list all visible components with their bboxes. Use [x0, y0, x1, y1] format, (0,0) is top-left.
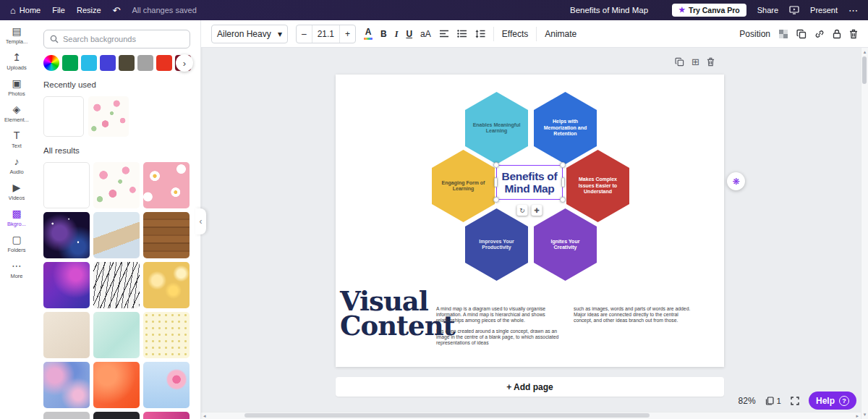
sidebar-item-elements[interactable]: ◈ Element...: [0, 103, 33, 123]
font-family-select[interactable]: Aileron Heavy ▾: [211, 25, 288, 43]
lock-button[interactable]: [833, 29, 841, 39]
scroll-left-icon[interactable]: ◂: [203, 413, 206, 419]
decrease-font-size-button[interactable]: –: [297, 25, 312, 43]
background-thumbnail-pink-floral[interactable]: [93, 162, 140, 208]
scroll-up-icon[interactable]: ▴: [864, 49, 867, 55]
sidebar-item-backgrounds[interactable]: ▩ Bkgro...: [0, 208, 33, 227]
collapse-panel-button[interactable]: ‹: [195, 208, 206, 234]
hexagon-engaging-form[interactable]: Engaging Form of Learning: [432, 150, 495, 222]
rotate-handle[interactable]: ↻: [517, 205, 528, 216]
background-thumbnail-mint-watercolor[interactable]: [93, 312, 140, 358]
color-swatch-red[interactable]: [156, 55, 172, 71]
selection-handle-right[interactable]: [561, 177, 565, 187]
animate-button[interactable]: Animate: [545, 29, 576, 39]
document-title[interactable]: Benefits of Mind Map: [570, 0, 648, 20]
resize-button[interactable]: Resize: [77, 6, 101, 14]
file-menu[interactable]: File: [52, 6, 65, 14]
line-spacing-button[interactable]: [475, 30, 485, 38]
italic-button[interactable]: I: [395, 30, 399, 38]
more-options-button[interactable]: ⋯: [848, 6, 858, 15]
bold-button[interactable]: B: [380, 30, 387, 38]
text-align-button[interactable]: [439, 30, 449, 38]
effects-button[interactable]: Effects: [502, 29, 528, 39]
add-page-icon[interactable]: ⊞: [692, 56, 699, 67]
background-thumbnail-yellow-dots[interactable]: [143, 312, 190, 358]
background-thumbnail-blue-pink-marble[interactable]: [43, 362, 90, 408]
sidebar-item-audio[interactable]: ♪ Audio: [0, 156, 33, 175]
background-thumbnail-plain-white[interactable]: [43, 162, 90, 208]
font-size-value[interactable]: 21.1: [312, 25, 340, 43]
color-swatch-cyan[interactable]: [81, 55, 97, 71]
color-swatch-green[interactable]: [62, 55, 78, 71]
page-indicator[interactable]: 1: [765, 397, 781, 405]
scroll-right-icon[interactable]: ▸: [856, 413, 859, 419]
hexagon-enables-meaningful-learning[interactable]: Enables Meaningful Learning: [465, 92, 528, 164]
scroll-down-icon[interactable]: ▾: [864, 412, 867, 418]
duplicate-page-button[interactable]: [675, 57, 684, 67]
selected-text-element[interactable]: Benefits of Mind Map ↻ ✚: [496, 165, 563, 200]
undo-button[interactable]: ↶: [113, 6, 121, 15]
add-page-button[interactable]: + Add page: [336, 377, 724, 397]
sidebar-item-more[interactable]: ⋯ More: [0, 260, 33, 279]
hexagon-memorization-retention[interactable]: Helps with Memorization and Retention: [534, 92, 597, 164]
background-thumbnail-pink-flower-sky[interactable]: [143, 362, 190, 408]
position-button[interactable]: Position: [739, 29, 770, 39]
background-thumbnail-gray-texture[interactable]: [43, 412, 90, 419]
background-thumbnail-beige-texture[interactable]: [43, 312, 90, 358]
sidebar-item-text[interactable]: T Text: [0, 130, 33, 149]
design-page[interactable]: Enables Meaningful Learning Helps with M…: [336, 75, 724, 367]
underline-button[interactable]: U: [406, 30, 412, 38]
sidebar-item-folders[interactable]: ▢ Folders: [0, 234, 33, 253]
search-box[interactable]: [43, 30, 190, 48]
background-thumbnail-pink-floral[interactable]: [88, 96, 129, 137]
background-thumbnail-plain-white[interactable]: [43, 96, 84, 137]
hexagon-complex-issues[interactable]: Makes Complex Issues Easier to Understan…: [566, 150, 629, 222]
background-thumbnail-pencil-scribble[interactable]: [93, 262, 140, 308]
selection-handle-left[interactable]: [494, 177, 498, 187]
fullscreen-button[interactable]: [791, 397, 799, 405]
sidebar-item-templates[interactable]: ▤ Templa...: [0, 25, 33, 45]
text-color-button[interactable]: A: [364, 27, 373, 40]
body-text-column-1[interactable]: A mind map is a diagram used to visually…: [436, 306, 561, 346]
sidebar-item-uploads[interactable]: ↥ Uploads: [0, 51, 33, 71]
assistant-bubble-button[interactable]: ❋: [727, 172, 745, 190]
background-thumbnail-pink-gradient[interactable]: [143, 412, 190, 419]
present-button[interactable]: Present: [810, 6, 838, 14]
selection-handle-top-right[interactable]: [560, 162, 566, 168]
hexagon-creativity[interactable]: Ignites Your Creativity: [534, 208, 597, 281]
help-button[interactable]: Help ?: [809, 392, 856, 410]
background-thumbnail-orange-gradient[interactable]: [93, 362, 140, 408]
background-thumbnail-pink-daisies[interactable]: [143, 162, 190, 208]
selection-handle-bottom-right[interactable]: [560, 197, 566, 203]
link-button[interactable]: [814, 29, 825, 39]
zoom-level[interactable]: 82%: [739, 396, 756, 406]
transparency-button[interactable]: [778, 29, 788, 39]
text-case-button[interactable]: aA: [420, 30, 431, 38]
sidebar-item-photos[interactable]: ▣ Photos: [0, 77, 33, 97]
color-swatch-indigo[interactable]: [100, 55, 116, 71]
try-canva-pro-button[interactable]: ★ Try Canva Pro: [672, 4, 746, 17]
background-thumbnail-golden-bokeh[interactable]: [143, 262, 190, 308]
color-swatch-gray[interactable]: [137, 55, 153, 71]
move-handle[interactable]: ✚: [532, 205, 542, 216]
selection-handle-top-left[interactable]: [493, 162, 499, 168]
copy-style-button[interactable]: [796, 29, 807, 39]
body-text-column-2[interactable]: such as images, words and parts of words…: [574, 306, 698, 323]
background-thumbnail-wood-planks[interactable]: [143, 212, 190, 258]
color-swatch-olive[interactable]: [119, 55, 135, 71]
vertical-scrollbar-thumb[interactable]: [862, 56, 867, 84]
search-input[interactable]: [63, 35, 184, 43]
vertical-scrollbar[interactable]: ▴ ▾: [861, 48, 868, 419]
selection-handle-bottom-left[interactable]: [493, 197, 499, 203]
hexagon-productivity[interactable]: Improves Your Productivity: [465, 208, 528, 281]
sidebar-item-videos[interactable]: ▶ Videos: [0, 182, 33, 201]
delete-page-button[interactable]: [707, 57, 715, 67]
increase-font-size-button[interactable]: +: [340, 25, 355, 43]
present-icon[interactable]: [789, 6, 799, 14]
background-thumbnail-dark-texture[interactable]: [93, 412, 140, 419]
share-button[interactable]: Share: [757, 6, 778, 14]
background-thumbnail-purple-space[interactable]: [43, 212, 90, 258]
color-wheel-swatch[interactable]: [43, 55, 59, 71]
center-title[interactable]: Benefits of Mind Map: [496, 165, 563, 200]
swatch-scroll-right-button[interactable]: ›: [176, 54, 193, 72]
